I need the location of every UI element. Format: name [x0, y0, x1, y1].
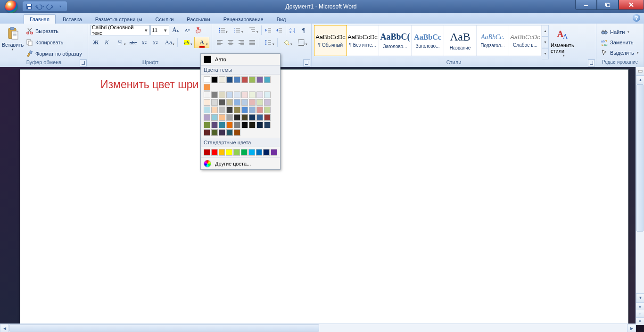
bold-button[interactable]: Ж	[91, 37, 101, 48]
color-swatch[interactable]	[211, 122, 218, 128]
shrink-font-button[interactable]: A▾	[182, 25, 193, 36]
color-swatch[interactable]	[256, 122, 263, 128]
save-icon[interactable]	[25, 3, 33, 10]
color-swatch[interactable]	[211, 99, 218, 106]
scroll-h-thumb[interactable]	[9, 324, 319, 332]
color-swatch[interactable]	[219, 129, 225, 136]
color-swatch[interactable]	[233, 149, 240, 156]
format-painter-button[interactable]: Формат по образцу	[25, 49, 83, 59]
style-item[interactable]: AaBbCcDc¶ Без инте...	[347, 25, 379, 56]
color-swatch[interactable]	[241, 114, 248, 121]
color-swatch[interactable]	[256, 149, 263, 156]
office-button[interactable]	[2, 0, 21, 13]
scroll-up-button[interactable]: ▲	[636, 75, 644, 84]
color-swatch[interactable]	[249, 91, 256, 98]
color-swatch[interactable]	[256, 76, 263, 83]
copy-button[interactable]: Копировать	[25, 37, 83, 48]
color-swatch[interactable]	[226, 91, 233, 98]
style-item[interactable]: AaBbCc.Подзагол...	[477, 25, 509, 56]
scroll-right-button[interactable]: ▶	[627, 324, 636, 332]
color-swatch[interactable]	[241, 122, 248, 128]
color-swatch[interactable]	[226, 114, 233, 121]
color-swatch[interactable]	[248, 149, 255, 156]
help-button[interactable]: ?	[633, 14, 640, 22]
minimize-button[interactable]	[575, 0, 597, 10]
styles-dialog-launcher[interactable]	[588, 59, 595, 66]
tab-Ссылки[interactable]: Ссылки	[149, 14, 180, 24]
color-swatch[interactable]	[211, 107, 218, 113]
color-swatch[interactable]	[204, 129, 210, 136]
color-swatch[interactable]	[204, 84, 210, 91]
style-item[interactable]: AaBbCcЗаголово...	[412, 25, 444, 56]
find-button[interactable]: Найти▾	[599, 27, 641, 37]
font-color-button[interactable]: A	[194, 37, 209, 48]
color-swatch[interactable]	[204, 91, 210, 98]
italic-button[interactable]: К	[101, 37, 112, 48]
color-swatch[interactable]	[249, 99, 256, 106]
color-auto-button[interactable]: Авто	[201, 54, 280, 65]
color-swatch[interactable]	[219, 114, 225, 121]
tab-Вставка[interactable]: Вставка	[57, 14, 88, 24]
shading-button[interactable]	[279, 37, 294, 48]
color-swatch[interactable]	[264, 76, 271, 83]
styles-gallery[interactable]: AaBbCcDc¶ ОбычныйAaBbCcDc¶ Без инте...Aa…	[314, 25, 542, 56]
color-swatch[interactable]	[204, 149, 210, 156]
qat-customize-icon[interactable]: ▾	[57, 3, 64, 10]
tab-Рецензирование[interactable]: Рецензирование	[217, 14, 270, 24]
next-page-button[interactable]: ▼	[636, 317, 644, 325]
page[interactable]: Изменить цвет шри	[20, 69, 628, 325]
color-swatch[interactable]	[249, 122, 256, 128]
color-swatch[interactable]	[234, 99, 240, 106]
highlight-button[interactable]: ab	[179, 37, 194, 48]
gallery-up-button[interactable]: ▲	[542, 25, 549, 36]
undo-icon[interactable]: ▾	[36, 3, 43, 10]
horizontal-scrollbar[interactable]: ◀ ▶	[0, 324, 636, 332]
color-swatch[interactable]	[204, 76, 210, 83]
tab-Разметка страницы[interactable]: Разметка страницы	[89, 14, 149, 24]
color-swatch[interactable]	[264, 122, 271, 128]
color-swatch[interactable]	[234, 122, 240, 128]
color-swatch[interactable]	[219, 107, 225, 113]
browse-object-button[interactable]: ◦	[636, 310, 644, 317]
color-swatch[interactable]	[211, 129, 218, 136]
multilevel-button[interactable]	[245, 25, 260, 36]
scroll-left-button[interactable]: ◀	[0, 324, 9, 332]
tab-Главная[interactable]: Главная	[24, 14, 56, 24]
vertical-scrollbar[interactable]: ▲ ▼ ▲ ◦ ▼	[636, 67, 644, 325]
sort-button[interactable]: AЯ	[288, 25, 298, 36]
color-swatch[interactable]	[211, 114, 218, 121]
color-swatch[interactable]	[249, 114, 256, 121]
color-swatch[interactable]	[234, 76, 240, 83]
color-swatch[interactable]	[226, 129, 233, 136]
paragraph-dialog-launcher[interactable]	[303, 59, 310, 66]
gallery-more-button[interactable]: ▼	[542, 48, 549, 59]
color-swatch[interactable]	[204, 122, 210, 128]
font-name-combo[interactable]: Calibri (Основной текс▾	[91, 25, 150, 35]
grow-font-button[interactable]: A▴	[170, 25, 181, 36]
color-swatch[interactable]	[241, 76, 248, 83]
superscript-button[interactable]: x2	[150, 37, 160, 48]
color-swatch[interactable]	[211, 76, 218, 83]
color-swatch[interactable]	[249, 76, 256, 83]
paste-button[interactable]: Вставить ▾	[2, 25, 23, 59]
show-marks-button[interactable]: ¶	[298, 25, 309, 36]
underline-button[interactable]: Ч	[113, 37, 128, 48]
gallery-down-button[interactable]: ▼	[542, 36, 549, 48]
color-swatch[interactable]	[211, 91, 218, 98]
scroll-v-thumb[interactable]	[636, 84, 644, 232]
ruler-toggle-button[interactable]	[636, 67, 644, 75]
color-swatch[interactable]	[234, 114, 240, 121]
clear-format-button[interactable]	[193, 25, 205, 36]
color-swatch[interactable]	[226, 122, 233, 128]
style-item[interactable]: АаВНазвание	[444, 25, 477, 56]
color-swatch[interactable]	[226, 99, 233, 106]
color-swatch[interactable]	[219, 122, 225, 128]
color-swatch[interactable]	[256, 99, 263, 106]
color-swatch[interactable]	[263, 149, 270, 156]
color-swatch[interactable]	[211, 149, 218, 156]
justify-button[interactable]	[247, 37, 257, 48]
color-swatch[interactable]	[204, 107, 210, 113]
color-swatch[interactable]	[234, 129, 240, 136]
align-center-button[interactable]	[225, 37, 236, 48]
font-size-combo[interactable]: 11▾	[150, 25, 169, 35]
